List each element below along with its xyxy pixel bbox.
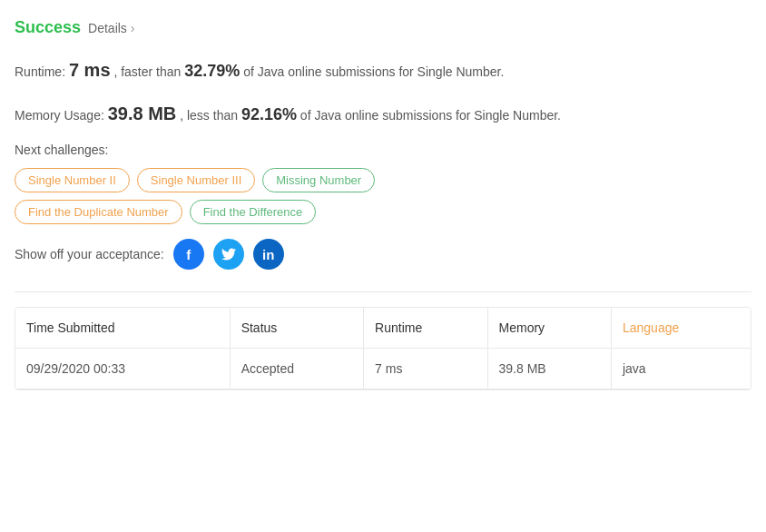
table-header: Time SubmittedStatusRuntimeMemoryLanguag…	[15, 308, 751, 349]
memory-label: Memory Usage:	[15, 108, 104, 123]
table-cell: java	[611, 349, 751, 389]
facebook-button[interactable]: f	[173, 239, 204, 270]
details-link[interactable]: Details ›	[88, 21, 134, 35]
memory-percentage: 92.16%	[241, 105, 297, 123]
challenge-button[interactable]: Find the Duplicate Number	[15, 200, 182, 224]
linkedin-button[interactable]: in	[253, 239, 284, 270]
submissions-table-wrapper: Time SubmittedStatusRuntimeMemoryLanguag…	[15, 307, 751, 390]
table-column-header: Memory	[487, 308, 611, 349]
share-row: Show off your acceptance: f in	[15, 239, 751, 270]
challenge-button[interactable]: Find the Difference	[190, 200, 317, 224]
table-cell: 39.8 MB	[487, 349, 611, 389]
table-header-row: Time SubmittedStatusRuntimeMemoryLanguag…	[15, 308, 751, 349]
challenges-row: Find the Duplicate NumberFind the Differ…	[15, 200, 751, 224]
table-row: 09/29/2020 00:33Accepted7 ms39.8 MBjava	[15, 349, 751, 389]
table-column-header: Runtime	[364, 308, 487, 349]
table-column-header: Status	[230, 308, 363, 349]
memory-value: 39.8 MB	[108, 103, 177, 123]
memory-connector: , less than	[180, 108, 238, 123]
challenges-container: Single Number IISingle Number IIIMissing…	[15, 168, 751, 224]
twitter-button[interactable]	[213, 239, 244, 270]
memory-suffix: of Java online submissions for Single Nu…	[300, 108, 561, 123]
runtime-connector: , faster than	[113, 64, 181, 79]
challenge-button[interactable]: Single Number III	[137, 168, 255, 192]
chevron-icon: ›	[131, 21, 135, 35]
header-row: Success Details ›	[15, 18, 751, 37]
runtime-section: Runtime: 7 ms , faster than 32.79% of Ja…	[15, 55, 751, 84]
runtime-label: Runtime:	[15, 64, 65, 79]
next-challenges-label: Next challenges:	[15, 143, 751, 157]
twitter-icon	[221, 248, 236, 261]
runtime-suffix: of Java online submissions for Single Nu…	[243, 64, 504, 79]
runtime-percentage: 32.79%	[184, 62, 240, 80]
table-cell: 09/29/2020 00:33	[15, 349, 230, 389]
table-cell: 7 ms	[364, 349, 487, 389]
submissions-table: Time SubmittedStatusRuntimeMemoryLanguag…	[15, 308, 751, 389]
table-column-header: Language	[611, 308, 751, 349]
table-cell: Accepted	[230, 349, 363, 389]
success-label: Success	[15, 18, 81, 37]
section-divider	[15, 291, 751, 292]
challenge-button[interactable]: Missing Number	[262, 168, 375, 192]
table-body: 09/29/2020 00:33Accepted7 ms39.8 MBjava	[15, 349, 751, 389]
memory-section: Memory Usage: 39.8 MB , less than 92.16%…	[15, 99, 751, 128]
challenge-button[interactable]: Single Number II	[15, 168, 130, 192]
share-label: Show off your acceptance:	[15, 247, 164, 261]
challenges-row: Single Number IISingle Number IIIMissing…	[15, 168, 751, 192]
table-column-header: Time Submitted	[15, 308, 230, 349]
runtime-value: 7 ms	[69, 60, 111, 80]
